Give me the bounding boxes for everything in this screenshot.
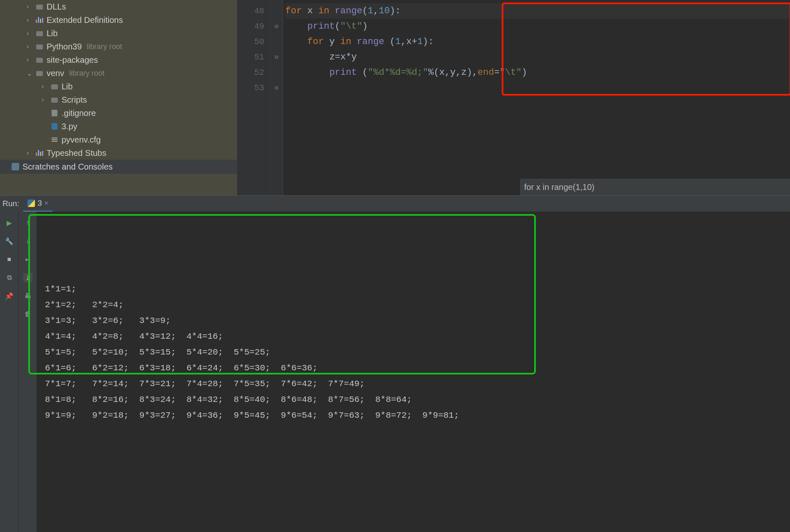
close-icon[interactable]: × [45,200,48,207]
console-line: 4*1=4; 4*2=8; 4*3=12; 4*4=16; [45,329,782,345]
library-icon [36,16,43,24]
scratches-icon [12,163,19,170]
line-number: 50 [237,34,264,49]
file-icon [51,109,58,117]
tree-item[interactable]: 3.py [0,120,237,133]
print-icon[interactable]: 🖶 [23,291,32,300]
trash-icon[interactable]: 🗑 [23,310,32,319]
tree-item-label: Extended Definitions [47,15,123,25]
tree-item[interactable]: ›site-packages [0,53,237,66]
library-root-tag: library root [69,69,104,78]
fold-marker[interactable]: ⊟ [270,19,282,34]
folder-icon [36,3,43,10]
run-toolbar-inner: ↑ ↓ ↩ ⤓ 🖶 🗑 [18,212,37,532]
run-label: Run: [2,199,19,208]
scratches-label: Scratches and Consoles [22,162,113,172]
code-line[interactable]: print("\t") [285,19,790,34]
tree-item[interactable]: ›Typeshed Stubs [0,146,237,160]
code-line[interactable]: for x in range(1,10): [285,3,790,19]
tree-item-label: Lib [47,29,58,38]
tree-item-label: Scripts [62,95,87,105]
line-number: 48 [237,3,264,19]
fold-marker[interactable]: ⊟ [270,80,282,96]
down-arrow-icon[interactable]: ↓ [23,236,32,246]
run-toolbar-outer: ▶ 🔧 ■ ⧉ 📌 [0,212,18,532]
tree-item-label: site-packages [47,55,98,65]
chevron-icon[interactable]: › [42,83,47,90]
tree-item[interactable]: pyvenv.cfg [0,133,237,146]
console-line: 8*1=8; 8*2=16; 8*3=24; 8*4=32; 8*5=40; 8… [45,392,782,408]
chevron-icon[interactable]: › [27,30,32,37]
console-line [45,266,782,281]
console-line: 3*1=3; 3*2=6; 3*3=9; [45,313,782,329]
line-number: 52 [237,65,264,80]
play-icon[interactable]: ▶ [5,218,14,227]
python-file-icon [51,123,58,130]
library-root-tag: library root [87,42,122,51]
line-number-gutter: 484950515253 [237,0,270,195]
soft-wrap-icon[interactable]: ↩ [23,255,32,264]
library-icon [36,149,43,157]
console-line: 6*1=6; 6*2=12; 6*3=18; 6*4=24; 6*5=30; 6… [45,360,782,376]
breadcrumb[interactable]: for x in range(1,10) [520,179,790,195]
folder-icon [36,56,43,64]
chevron-icon[interactable]: › [27,149,32,157]
folder-icon [51,83,58,90]
folder-icon [51,96,58,103]
scroll-to-end-icon[interactable]: ⤓ [23,273,32,282]
fold-marker[interactable] [270,34,282,49]
stop-icon[interactable]: ■ [5,255,14,264]
code-line[interactable]: for y in range (1,x+1): [285,34,790,49]
run-tool-window: Run: 3 × ▶ 🔧 ■ ⧉ 📌 ↑ ↓ ↩ ⤓ 🖶 🗑 1*1=1;2*1… [0,195,790,532]
pin-icon[interactable]: 📌 [5,291,14,300]
tree-item[interactable]: ›Lib [0,27,237,40]
tree-item[interactable]: ›Python39library root [0,40,237,53]
line-number: 53 [237,80,264,96]
chevron-icon[interactable]: › [27,56,32,64]
run-tab-name: 3 [37,199,42,208]
tree-item[interactable]: ›Extended Definitions [0,13,237,27]
project-tree[interactable]: ›DLLs›Extended Definitions›Lib›Python39l… [0,0,237,195]
python-icon [27,200,35,207]
fold-gutter[interactable]: ⊟⊟⊟ [270,0,283,195]
fold-marker[interactable]: ⊟ [270,49,282,65]
console-line: 2*1=2; 2*2=4; [45,297,782,313]
chevron-icon[interactable]: › [27,43,32,50]
fold-marker[interactable] [270,65,282,80]
folder-icon [36,30,43,37]
tree-item-label: pyvenv.cfg [62,135,101,145]
tree-item-label: .gitignore [62,108,96,118]
fold-marker[interactable] [270,3,282,19]
folder-icon [36,69,43,77]
tree-item-label: DLLs [47,2,66,12]
scratches-and-consoles[interactable]: Scratches and Consoles [0,160,237,174]
tree-item-label: 3.py [62,122,77,131]
tree-item-label: Typeshed Stubs [47,148,106,158]
code-editor[interactable]: 484950515253 ⊟⊟⊟ for x in range(1,10): p… [237,0,790,195]
console-line: 9*1=9; 9*2=18; 9*3=27; 9*4=36; 9*5=45; 9… [45,408,782,424]
tree-item-label: venv [47,69,64,78]
chevron-icon[interactable]: › [27,16,32,24]
tree-item-label: Lib [62,82,73,91]
line-number: 49 [237,19,264,34]
tree-item[interactable]: ⌄venvlibrary root [0,66,237,80]
chevron-icon[interactable]: ⌄ [27,69,32,77]
code-area[interactable]: for x in range(1,10): print("\t") for y … [283,0,790,195]
chevron-icon[interactable]: › [42,96,47,103]
console-line: 7*1=7; 7*2=14; 7*3=21; 7*4=28; 7*5=35; 7… [45,376,782,392]
code-line[interactable]: print ("%d*%d=%d;"%(x,y,z),end="\t") [285,65,790,80]
layout-icon[interactable]: ⧉ [5,273,14,282]
folder-icon [36,43,43,50]
wrench-icon[interactable]: 🔧 [5,236,14,246]
tree-item[interactable]: ›DLLs [0,0,237,13]
tree-item[interactable]: ›Scripts [0,93,237,106]
code-line[interactable]: z=x*y [285,49,790,65]
console-output[interactable]: 1*1=1;2*1=2; 2*2=4;3*1=3; 3*2=6; 3*3=9;4… [37,212,790,532]
tree-item-label: Python39 [47,42,82,52]
chevron-icon[interactable]: › [27,3,32,10]
run-tab[interactable]: 3 × [23,196,52,212]
config-file-icon [51,136,58,143]
tree-item[interactable]: .gitignore [0,106,237,120]
tree-item[interactable]: ›Lib [0,80,237,93]
up-arrow-icon[interactable]: ↑ [23,218,32,227]
